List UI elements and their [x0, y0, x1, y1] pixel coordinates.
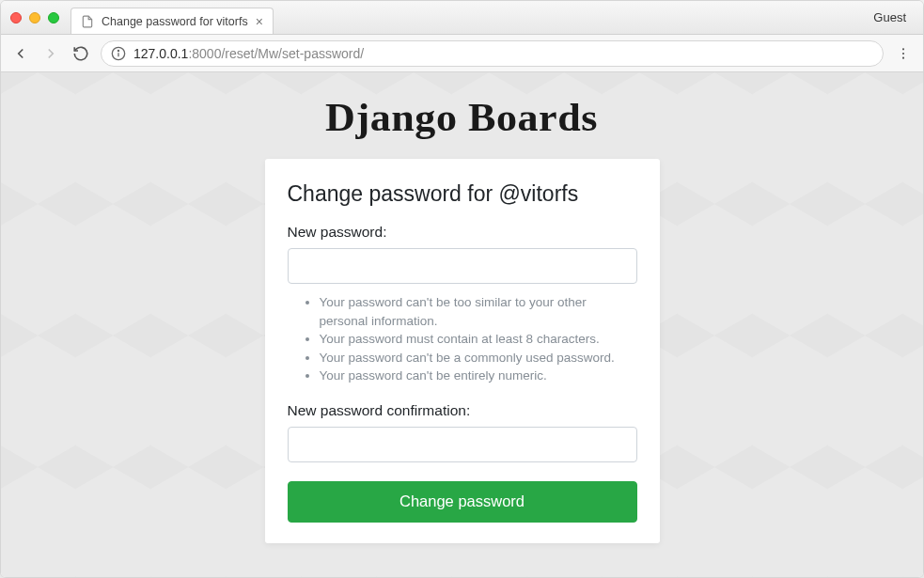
url-host: 127.0.0.1 [133, 46, 188, 61]
svg-point-3 [902, 48, 904, 50]
svg-point-4 [902, 52, 904, 54]
tabs-area: Change password for vitorfs × [70, 1, 873, 34]
site-title: Django Boards [326, 95, 599, 140]
address-bar[interactable]: 127.0.0.1:8000/reset/Mw/set-password/ [101, 40, 884, 67]
card-title: Change password for @vitorfs [288, 181, 637, 207]
page-content: Django Boards Change password for @vitor… [1, 72, 923, 577]
help-text-item: Your password can't be a commonly used p… [320, 349, 637, 367]
new-password-label: New password: [288, 224, 637, 241]
svg-point-2 [117, 50, 118, 51]
change-password-button[interactable]: Change password [288, 481, 637, 523]
titlebar: Change password for vitorfs × Guest [1, 1, 923, 35]
help-text-item: Your password must contain at least 8 ch… [320, 330, 637, 349]
tab-title: Change password for vitorfs [102, 15, 248, 28]
site-info-icon[interactable] [111, 46, 126, 61]
menu-button[interactable] [893, 43, 914, 64]
form-card: Change password for @vitorfs New passwor… [265, 159, 660, 543]
back-button[interactable] [10, 43, 31, 64]
browser-window: Change password for vitorfs × Guest 127.… [0, 0, 924, 578]
window-close-button[interactable] [10, 12, 22, 23]
svg-point-5 [902, 56, 904, 58]
window-minimize-button[interactable] [29, 12, 40, 23]
new-password-confirm-input[interactable] [288, 427, 637, 462]
reload-button[interactable] [70, 43, 91, 64]
window-maximize-button[interactable] [48, 12, 59, 23]
help-text-item: Your password can't be too similar to yo… [320, 293, 637, 330]
help-text-item: Your password can't be entirely numeric. [320, 367, 637, 385]
password-help-list: Your password can't be too similar to yo… [288, 293, 637, 385]
profile-label[interactable]: Guest [873, 10, 906, 24]
url-port: :8000 [188, 46, 221, 61]
traffic-lights [10, 12, 59, 23]
browser-tab[interactable]: Change password for vitorfs × [70, 8, 274, 34]
new-password-confirm-label: New password confirmation: [288, 402, 637, 419]
new-password-input[interactable] [288, 248, 637, 284]
toolbar: 127.0.0.1:8000/reset/Mw/set-password/ [1, 35, 923, 72]
tab-close-icon[interactable]: × [256, 14, 263, 29]
url-path: /reset/Mw/set-password/ [221, 46, 364, 61]
url-text: 127.0.0.1:8000/reset/Mw/set-password/ [133, 46, 364, 61]
file-icon [81, 15, 94, 28]
forward-button[interactable] [40, 43, 61, 64]
